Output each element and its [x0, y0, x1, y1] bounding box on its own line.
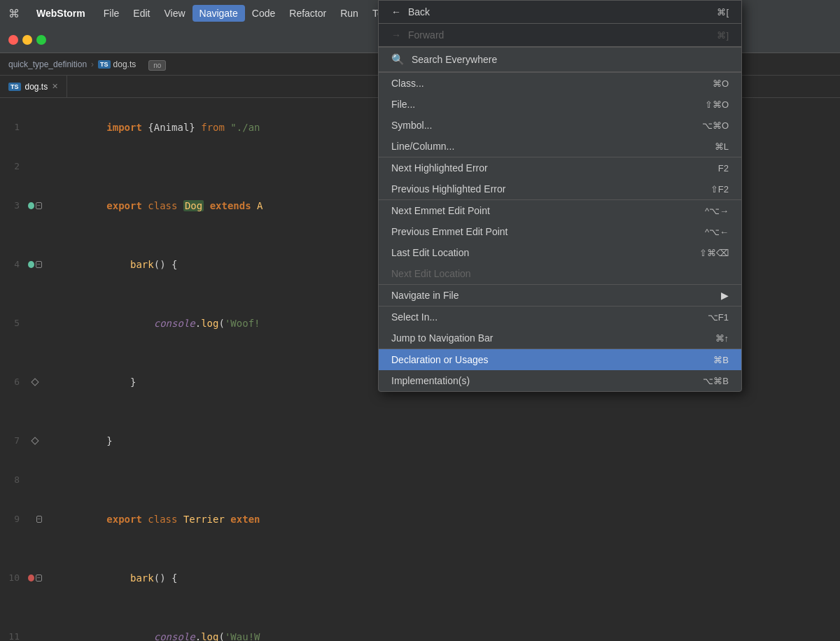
line-number-6: 6 — [0, 372, 28, 392]
line-column-menu-item[interactable]: Line/Column... ⌘L — [379, 136, 741, 157]
menu-navigate[interactable]: Navigate — [192, 5, 245, 22]
last-edit-shortcut: ⇧⌘⌫ — [699, 248, 729, 258]
tab-close-button[interactable]: ✕ — [52, 82, 58, 91]
line-number-8: 8 — [0, 470, 28, 490]
prev-emmet-item[interactable]: Previous Emmet Edit Point ^⌥← — [379, 221, 741, 242]
line-column-label: Line/Column... — [391, 141, 715, 152]
tab-dog-ts[interactable]: TS dog.ts ✕ — [0, 76, 67, 97]
navigate-in-file-section: Navigate in File ▶ — [379, 285, 741, 307]
back-shortcut: ⌘[ — [717, 7, 729, 17]
line-number-7: 7 — [0, 431, 28, 451]
breakpoint-teal-4 — [28, 261, 34, 268]
next-emmet-label: Next Emmet Edit Point — [391, 205, 705, 216]
search-everywhere-label: Search Everywhere — [412, 54, 497, 65]
tab-ts-icon: TS — [8, 83, 21, 91]
diamond-7 — [31, 437, 38, 444]
breadcrumb-filename: dog.ts — [113, 59, 136, 69]
forward-label: Forward — [408, 29, 717, 41]
back-label: Back — [408, 6, 717, 17]
menu-file[interactable]: File — [97, 5, 127, 22]
last-edit-label: Last Edit Location — [391, 247, 699, 258]
file-menu-item[interactable]: File... ⇧⌘O — [379, 94, 741, 115]
line-content-9: export class Terrier exten — [42, 490, 840, 549]
forward-arrow-icon: → — [391, 29, 401, 41]
select-in-label: Select In... — [391, 311, 708, 323]
nav-back-section: ← Back ⌘[ → Forward ⌘] — [379, 1, 741, 48]
line-number-4: 4 — [0, 255, 28, 274]
prev-error-item[interactable]: Previous Highlighted Error ⇧F2 — [379, 178, 741, 199]
jump-nav-bar-item[interactable]: Jump to Navigation Bar ⌘↑ — [379, 327, 741, 348]
navigate-in-file-item[interactable]: Navigate in File ▶ — [379, 285, 741, 306]
gutter-7 — [28, 438, 42, 444]
fold-btn-3[interactable]: − — [36, 202, 42, 209]
navigate-dropdown: ← Back ⌘[ → Forward ⌘] 🔍 Search Everywhe… — [378, 0, 742, 392]
line-number-9: 9 — [0, 509, 28, 529]
error-nav-section: Next Highlighted Error F2 Previous Highl… — [379, 157, 741, 200]
declaration-label: Declaration or Usages — [391, 354, 713, 365]
minimize-button[interactable] — [22, 35, 32, 45]
declaration-item[interactable]: Declaration or Usages ⌘B — [379, 349, 741, 370]
tab-label: dog.ts — [25, 82, 48, 92]
implementation-item[interactable]: Implementation(s) ⌥⌘B — [379, 370, 741, 391]
gutter-6 — [28, 379, 42, 385]
fold-btn-4[interactable]: − — [36, 261, 42, 268]
file-shortcut: ⇧⌘O — [705, 99, 729, 110]
class-shortcut: ⌘O — [713, 78, 729, 89]
next-emmet-shortcut: ^⌥→ — [705, 206, 729, 216]
next-error-label: Next Highlighted Error — [391, 162, 718, 174]
symbol-label: Symbol... — [391, 120, 702, 131]
next-emmet-item[interactable]: Next Emmet Edit Point ^⌥→ — [379, 200, 741, 221]
back-menu-item[interactable]: ← Back ⌘[ — [379, 1, 741, 24]
fold-btn-9[interactable]: − — [36, 516, 42, 523]
navigate-in-file-label: Navigate in File — [391, 290, 721, 301]
class-file-section: Class... ⌘O File... ⇧⌘O Symbol... ⌥⌘O Li… — [379, 73, 741, 157]
jump-nav-bar-shortcut: ⌘↑ — [715, 333, 729, 344]
search-everywhere-item[interactable]: 🔍 Search Everywhere — [379, 48, 741, 72]
class-menu-item[interactable]: Class... ⌘O — [379, 73, 741, 94]
symbol-shortcut: ⌥⌘O — [702, 120, 729, 131]
code-line-7: 7 } — [0, 411, 840, 470]
line-number-1: 1 — [0, 118, 28, 137]
select-in-item[interactable]: Select In... ⌥F1 — [379, 307, 741, 327]
code-line-10: 10 − bark() { — [0, 549, 840, 607]
breadcrumb-separator: › — [91, 59, 94, 69]
maximize-button[interactable] — [36, 35, 46, 45]
forward-shortcut: ⌘] — [717, 30, 729, 41]
back-arrow-icon: ← — [391, 6, 401, 17]
prev-error-label: Previous Highlighted Error — [391, 183, 710, 195]
line-content-10: bark() { — [42, 549, 840, 607]
menu-refactor[interactable]: Refactor — [282, 5, 333, 22]
next-error-shortcut: F2 — [718, 163, 729, 174]
gutter-4: − — [28, 261, 42, 268]
gutter-3: − — [28, 202, 42, 209]
declaration-shortcut: ⌘B — [713, 355, 729, 365]
breadcrumb-project[interactable]: quick_type_definition — [8, 59, 87, 69]
breadcrumb-file[interactable]: TS dog.ts — [98, 59, 136, 69]
submenu-arrow-icon: ▶ — [721, 290, 729, 301]
menu-code[interactable]: Code — [245, 5, 282, 22]
prev-error-shortcut: ⇧F2 — [710, 184, 729, 195]
line-column-shortcut: ⌘L — [715, 141, 729, 152]
last-edit-item[interactable]: Last Edit Location ⇧⌘⌫ — [379, 242, 741, 263]
line-number-11: 11 — [0, 627, 28, 641]
forward-menu-item[interactable]: → Forward ⌘] — [379, 24, 741, 47]
close-button[interactable] — [8, 35, 18, 45]
code-line-9: 9 − export class Terrier exten — [0, 490, 840, 549]
traffic-lights — [8, 35, 46, 45]
menu-view[interactable]: View — [157, 5, 192, 22]
menu-run[interactable]: Run — [333, 5, 365, 22]
line-number-5: 5 — [0, 314, 28, 333]
symbol-menu-item[interactable]: Symbol... ⌥⌘O — [379, 115, 741, 136]
next-error-item[interactable]: Next Highlighted Error F2 — [379, 157, 741, 178]
declaration-section: Declaration or Usages ⌘B Implementation(… — [379, 349, 741, 391]
menu-edit[interactable]: Edit — [126, 5, 157, 22]
gutter-9: − — [28, 516, 42, 523]
fold-btn-10[interactable]: − — [36, 575, 42, 582]
breakpoint-teal-3 — [28, 202, 34, 209]
line-content-7: } — [42, 411, 840, 470]
line-number-10: 10 — [0, 568, 28, 588]
app-name: WebStorm — [31, 5, 91, 22]
select-in-shortcut: ⌥F1 — [708, 312, 729, 323]
apple-logo: ⌘ — [8, 7, 20, 20]
next-edit-item[interactable]: Next Edit Location — [379, 263, 741, 284]
